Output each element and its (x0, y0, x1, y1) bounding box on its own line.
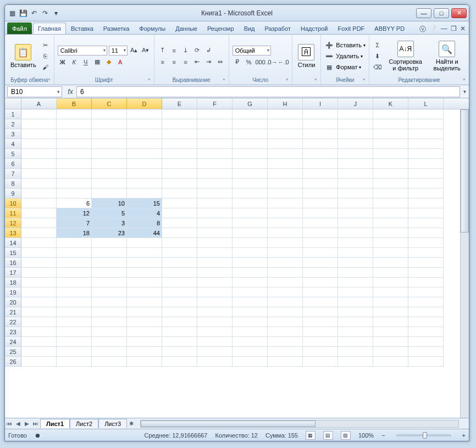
row-header-15[interactable]: 15 (5, 248, 21, 258)
merge-icon[interactable]: ⇔ (215, 57, 225, 67)
cell-J16[interactable] (338, 258, 373, 268)
font-color-icon[interactable]: A (115, 57, 125, 67)
cell-L11[interactable] (408, 208, 444, 218)
cell-H26[interactable] (268, 357, 303, 367)
sort-filter-button[interactable]: A↓Я Сортировка и фильтр (385, 38, 426, 74)
cell-E18[interactable] (162, 278, 197, 287)
cell-D13[interactable]: 44 (127, 228, 162, 238)
cell-G21[interactable] (233, 307, 268, 317)
grow-font-icon[interactable]: A▴ (129, 46, 139, 56)
macro-record-icon[interactable]: ⏺ (35, 432, 41, 439)
cell-F4[interactable] (197, 139, 233, 149)
cell-D22[interactable] (127, 317, 162, 327)
sheet-nav-first[interactable]: ⏮ (5, 421, 14, 427)
zoom-in-icon[interactable]: + (462, 432, 466, 439)
cell-J2[interactable] (338, 119, 373, 129)
cell-H18[interactable] (268, 278, 303, 287)
cell-J22[interactable] (338, 317, 373, 327)
cell-H8[interactable] (268, 179, 303, 189)
indent-dec-icon[interactable]: ⇤ (192, 57, 202, 67)
cell-E20[interactable] (162, 297, 197, 307)
cell-C12[interactable]: 3 (92, 218, 127, 228)
cell-L16[interactable] (408, 258, 444, 268)
cell-D14[interactable] (127, 238, 162, 248)
cell-B6[interactable] (57, 159, 92, 169)
save-icon[interactable]: 💾 (18, 8, 28, 18)
shrink-font-icon[interactable]: A▾ (141, 46, 151, 56)
cell-F3[interactable] (197, 129, 233, 139)
tab-home[interactable]: Главная (33, 23, 66, 34)
row-header-13[interactable]: 13 (5, 228, 21, 238)
cell-I21[interactable] (303, 307, 338, 317)
cell-F22[interactable] (197, 317, 233, 327)
cell-B5[interactable] (57, 149, 92, 159)
cell-D17[interactable] (127, 268, 162, 278)
cell-A18[interactable] (21, 278, 57, 287)
cell-L15[interactable] (408, 248, 444, 258)
cell-F23[interactable] (197, 327, 233, 337)
cell-A12[interactable] (21, 218, 57, 228)
cell-E4[interactable] (162, 139, 197, 149)
cell-B8[interactable] (57, 179, 92, 189)
cell-I14[interactable] (303, 238, 338, 248)
cell-H7[interactable] (268, 169, 303, 179)
tab-foxit[interactable]: Foxit PDF (333, 23, 369, 34)
cell-I7[interactable] (303, 169, 338, 179)
col-header-C[interactable]: C (92, 98, 127, 109)
dec-decimal-icon[interactable]: ←.0 (279, 57, 289, 67)
cell-L5[interactable] (408, 149, 444, 159)
sheet-tab-2[interactable]: Лист2 (70, 419, 98, 428)
cell-E14[interactable] (162, 238, 197, 248)
cell-G7[interactable] (233, 169, 268, 179)
cell-A5[interactable] (21, 149, 57, 159)
row-header-5[interactable]: 5 (5, 149, 21, 159)
cell-B22[interactable] (57, 317, 92, 327)
grid-rows[interactable]: 1234567891061015111254127381318234414151… (5, 109, 469, 418)
cell-K1[interactable] (373, 109, 408, 119)
name-box[interactable]: B10 (7, 86, 62, 97)
cell-F21[interactable] (197, 307, 233, 317)
cell-G23[interactable] (233, 327, 268, 337)
cell-K2[interactable] (373, 119, 408, 129)
col-header-K[interactable]: K (373, 98, 408, 109)
sheet-nav-next[interactable]: ▶ (23, 421, 31, 427)
row-header-4[interactable]: 4 (5, 139, 21, 149)
cell-F13[interactable] (197, 228, 233, 238)
delete-cells-button[interactable]: ➖Удалить▾ (324, 51, 366, 61)
insert-cells-button[interactable]: ➕Вставить▾ (324, 40, 366, 50)
cell-F10[interactable] (197, 198, 233, 208)
tab-developer[interactable]: Разработ (260, 23, 296, 34)
cell-L6[interactable] (408, 159, 444, 169)
cell-G13[interactable] (233, 228, 268, 238)
hscroll-thumb[interactable] (141, 421, 316, 427)
cut-icon[interactable]: ✂ (41, 40, 51, 50)
cell-D23[interactable] (127, 327, 162, 337)
undo-icon[interactable]: ↶ (29, 8, 39, 18)
col-header-I[interactable]: I (303, 98, 338, 109)
cell-H4[interactable] (268, 139, 303, 149)
cell-C16[interactable] (92, 258, 127, 268)
cell-E15[interactable] (162, 248, 197, 258)
row-header-10[interactable]: 10 (5, 198, 21, 208)
cell-A1[interactable] (21, 109, 57, 119)
close-button[interactable]: ✕ (451, 8, 467, 18)
col-header-G[interactable]: G (233, 98, 268, 109)
cell-B24[interactable] (57, 337, 92, 347)
currency-icon[interactable]: ₽ (233, 57, 242, 67)
cell-I15[interactable] (303, 248, 338, 258)
row-header-6[interactable]: 6 (5, 159, 21, 169)
cell-C26[interactable] (92, 357, 127, 367)
cell-E10[interactable] (162, 198, 197, 208)
cell-B1[interactable] (57, 109, 92, 119)
vertical-scrollbar[interactable] (460, 109, 469, 418)
cell-E3[interactable] (162, 129, 197, 139)
col-header-D[interactable]: D (127, 98, 162, 109)
cell-F7[interactable] (197, 169, 233, 179)
cell-I23[interactable] (303, 327, 338, 337)
cell-H15[interactable] (268, 248, 303, 258)
cell-D25[interactable] (127, 347, 162, 357)
cell-E9[interactable] (162, 189, 197, 198)
cell-B3[interactable] (57, 129, 92, 139)
cell-B4[interactable] (57, 139, 92, 149)
cell-K14[interactable] (373, 238, 408, 248)
